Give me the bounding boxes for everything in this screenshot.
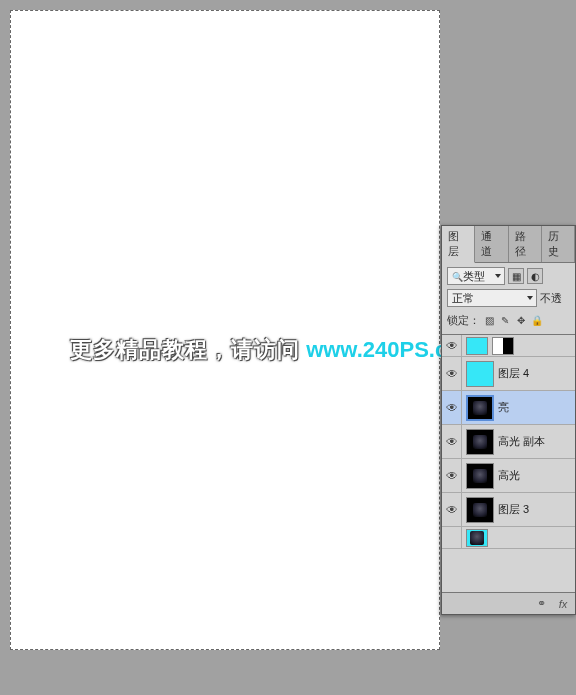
visibility-toggle-icon[interactable]: 👁: [442, 357, 462, 390]
lock-position-icon[interactable]: ✥: [514, 314, 528, 328]
lock-brush-icon[interactable]: ✎: [498, 314, 512, 328]
layer-row[interactable]: 👁 亮: [442, 391, 575, 425]
blend-mode-dropdown[interactable]: 正常: [447, 289, 537, 307]
layer-thumbnail[interactable]: [466, 337, 488, 355]
document-canvas[interactable]: [10, 10, 440, 650]
link-layers-icon[interactable]: ⚭: [533, 597, 549, 611]
layer-thumbnail[interactable]: [466, 361, 494, 387]
panel-tabs: 图层 通道 路径 历史: [442, 226, 575, 263]
visibility-toggle-icon[interactable]: 👁: [442, 493, 462, 526]
tab-channels[interactable]: 通道: [475, 226, 508, 262]
filter-adjust-icon[interactable]: ◐: [527, 268, 543, 284]
visibility-toggle-icon[interactable]: [442, 527, 462, 548]
filter-type-dropdown[interactable]: 类型: [447, 267, 505, 285]
layer-row[interactable]: [442, 527, 575, 549]
layers-list: 👁 👁 图层 4 👁 亮 👁 高光 副本 👁 高光 👁 图层 3: [442, 334, 575, 592]
filter-label: 类型: [463, 269, 485, 284]
visibility-toggle-icon[interactable]: 👁: [442, 425, 462, 458]
layer-row[interactable]: 👁 高光: [442, 459, 575, 493]
layer-name[interactable]: 亮: [498, 400, 575, 415]
layer-name[interactable]: 图层 4: [498, 366, 575, 381]
lock-all-icon[interactable]: 🔒: [530, 314, 544, 328]
layer-thumbnail[interactable]: [466, 497, 494, 523]
layer-row[interactable]: 👁: [442, 335, 575, 357]
lock-label: 锁定：: [447, 313, 480, 328]
lock-transparent-icon[interactable]: ▨: [482, 314, 496, 328]
visibility-toggle-icon[interactable]: 👁: [442, 459, 462, 492]
blend-mode-label: 正常: [452, 291, 474, 306]
layer-thumbnail[interactable]: [466, 429, 494, 455]
panel-footer: ⚭ fx: [442, 592, 575, 614]
layer-name[interactable]: 高光: [498, 468, 575, 483]
visibility-toggle-icon[interactable]: 👁: [442, 335, 462, 356]
layer-name[interactable]: 图层 3: [498, 502, 575, 517]
filter-pixel-icon[interactable]: ▦: [508, 268, 524, 284]
tab-paths[interactable]: 路径: [509, 226, 542, 262]
panel-options: 类型 ▦ ◐ 正常 不透 锁定： ▨ ✎ ✥ 🔒: [442, 263, 575, 334]
layer-row[interactable]: 👁 图层 3: [442, 493, 575, 527]
layer-mask-thumbnail[interactable]: [492, 337, 514, 355]
search-icon: [452, 270, 463, 282]
visibility-toggle-icon[interactable]: 👁: [442, 391, 462, 424]
layer-row[interactable]: 👁 高光 副本: [442, 425, 575, 459]
tab-layers[interactable]: 图层: [442, 226, 475, 263]
fx-icon[interactable]: fx: [555, 597, 571, 611]
layer-row[interactable]: 👁 图层 4: [442, 357, 575, 391]
layer-name[interactable]: 高光 副本: [498, 434, 575, 449]
layers-panel: 图层 通道 路径 历史 类型 ▦ ◐ 正常 不透 锁定： ▨ ✎ ✥ 🔒: [441, 225, 576, 615]
layer-thumbnail[interactable]: [466, 529, 488, 547]
layer-thumbnail[interactable]: [466, 463, 494, 489]
layer-thumbnail[interactable]: [466, 395, 494, 421]
tab-history[interactable]: 历史: [542, 226, 575, 262]
opacity-label: 不透: [540, 291, 562, 306]
